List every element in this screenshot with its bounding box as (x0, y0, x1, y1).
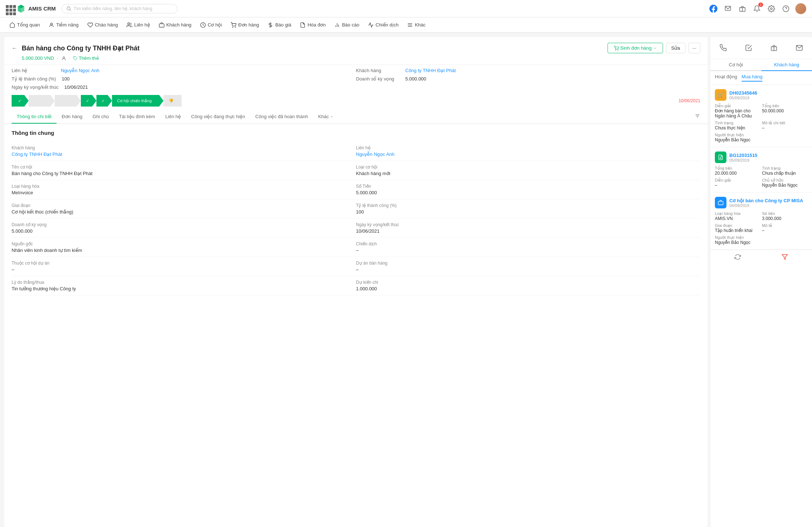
field-thuoc-co-hoi: Thuộc cơ hội dự án – (12, 257, 356, 276)
svg-point-5 (783, 5, 789, 12)
tab-filter-icon[interactable] (695, 113, 700, 120)
progress-step-lose[interactable]: 👎 (163, 95, 182, 107)
rp-gift-icon[interactable] (767, 41, 780, 54)
info-ngay-ky-vong: Ngày kỳ vọng/kết thúc 10/06/2021 (12, 84, 356, 90)
edit-button[interactable]: Sửa (666, 43, 685, 53)
rp-filter-icon[interactable] (782, 254, 788, 262)
purchase-card-1: 🛒 DH02345646 05/09/2019 Diễn giải Đơn hà… (710, 85, 812, 147)
progress-step-4[interactable]: ✓ (81, 95, 96, 107)
main-nav: Tổng quan Tiềm năng Chào hàng Liên hệ Kh… (0, 17, 812, 33)
svg-rect-31 (718, 202, 723, 205)
pc-title-2[interactable]: BG12031515 (729, 153, 757, 158)
nav-chien-dich[interactable]: Chiến dịch (364, 17, 402, 33)
progress-bar: ✓ ✓ ✓ Cơ (4, 93, 708, 110)
pc-fields-1: Diễn giải Đơn hàng bán choNgân hàng Á Ch… (715, 104, 808, 142)
pc-field-so-tien-3: Số tiền 3.000.000 (762, 211, 808, 221)
rp-subtab-hoat-dong[interactable]: Hoạt động (715, 74, 737, 82)
progress-date: 10/06/2021 (679, 98, 700, 103)
svg-point-21 (618, 50, 618, 50)
rp-subtab-mua-hang[interactable]: Mua hàng (742, 74, 763, 82)
field-giai-doan: Giai đoạn Cơ hội kết thúc (chiến thắng) (12, 199, 356, 219)
back-button[interactable]: ← (12, 45, 17, 51)
nav-bao-gia[interactable]: Báo giá (264, 17, 295, 33)
nav-lien-he[interactable]: Liên hệ (123, 17, 153, 33)
svg-point-11 (233, 27, 233, 27)
field-ty-le: Tỷ lệ thành công (%) 100 (356, 199, 700, 219)
rp-refresh-icon[interactable] (734, 254, 741, 262)
gift-icon[interactable] (737, 4, 747, 14)
right-panel: Cơ hội Khách hàng Hoạt động Mua hàng 🛒 D… (710, 37, 812, 527)
progress-step-5[interactable]: ✓ (96, 95, 112, 107)
bell-icon[interactable]: 2 (752, 4, 762, 14)
pc-date-3: 04/09/2019 (729, 203, 803, 208)
pc-title-3[interactable]: Cơ hội bán cho Công ty CP MISA (729, 198, 803, 203)
amount-value: 5.000.000 VND (22, 55, 54, 61)
order-button[interactable]: Sinh đơn hàng (608, 43, 663, 53)
help-icon[interactable] (781, 4, 791, 14)
svg-point-12 (235, 27, 236, 27)
rp-phone-icon[interactable] (717, 41, 730, 54)
tab-cong-viec-xong[interactable]: Công việc đã hoàn thành (250, 110, 313, 124)
tag-person (61, 56, 66, 61)
app-name: AMIS CRM (28, 5, 56, 12)
nav-hoa-don[interactable]: Hóa đơn (296, 17, 329, 33)
info-ty-le: Tỷ lệ thành công (%) 100 (12, 76, 356, 82)
tab-lien-he[interactable]: Liên hệ (160, 110, 186, 124)
nav-tiem-nang[interactable]: Tiềm năng (45, 17, 82, 33)
tab-ghi-chu[interactable]: Ghi chú (87, 110, 114, 124)
nav-chao-hang[interactable]: Chào hàng (84, 17, 122, 33)
field-loai-hang-hoa: Loại hàng hóa MeInvoice (12, 180, 356, 199)
facebook-icon[interactable] (708, 4, 718, 14)
rp-tab-co-hoi[interactable]: Cơ hội (710, 59, 761, 70)
nav-khach-hang[interactable]: Khách hàng (155, 17, 195, 33)
detail-section: Thông tin chung Khách hàng Công ty TNHH … (4, 124, 708, 301)
pc-field-dien-giai: Diễn giải Đơn hàng bán choNgân hàng Á Ch… (715, 104, 761, 119)
field-nguon-goc: Nguồn gốc Nhân viên kinh doanh tự tìm ki… (12, 238, 356, 257)
info-lien-he: Liên hệ Nguyễn Ngọc Anh (12, 68, 356, 73)
field-doanh-so: Doanh số kỳ vọng 5.000.000 (12, 219, 356, 238)
rp-icons (710, 37, 812, 59)
tabs: Thông tin chi tiết Đơn hàng Ghi chú Tài … (4, 110, 708, 124)
tab-tai-lieu[interactable]: Tài liệu đính kèm (114, 110, 160, 124)
section-title: Thông tin chung (12, 130, 700, 136)
pc-field-chu-so-huu: Chủ sở hữu Nguyễn Bảo Ngọc (762, 178, 808, 188)
svg-line-1 (70, 9, 71, 11)
progress-step-3[interactable] (55, 95, 81, 107)
field-du-kien-chi: Dự kiến chi 1.000.000 (356, 276, 700, 295)
add-tag-button[interactable]: Thêm thẻ (73, 55, 99, 61)
app-grid-icon[interactable] (6, 5, 13, 12)
rp-tab-khach-hang[interactable]: Khách hàng (761, 59, 812, 71)
user-avatar[interactable] (795, 3, 806, 14)
nav-don-hang[interactable]: Đơn hàng (227, 17, 262, 33)
pc-fields-2: Tổng tiền 20.000.000 Tình trạng Chưa chấ… (715, 166, 808, 188)
nav-tong-quan[interactable]: Tổng quan (6, 17, 44, 33)
tab-cong-viec-dang[interactable]: Công việc đang thực hiện (186, 110, 250, 124)
nav-bao-cao[interactable]: Báo cáo (331, 17, 363, 33)
purchase-list: 🛒 DH02345646 05/09/2019 Diễn giải Đơn hà… (710, 85, 812, 250)
notification2-icon[interactable] (723, 4, 733, 14)
pc-field-tinh-trang: Tình trạng Chưa thực hiện (715, 121, 761, 130)
progress-step-1[interactable]: ✓ (12, 95, 29, 107)
tab-khac[interactable]: Khác (313, 110, 339, 124)
pc-field-giai-doan-3: Giai đoạn Tập huấn triển khai (715, 223, 761, 233)
pc-field-tong-tien: Tổng tiền 50.000.000 (762, 104, 808, 119)
pc-title-1[interactable]: DH02345646 (729, 90, 757, 96)
pc-icon-3 (715, 197, 726, 208)
rp-email-icon[interactable] (793, 41, 806, 54)
tab-don-hang[interactable]: Đơn hàng (57, 110, 87, 124)
svg-point-4 (771, 8, 772, 9)
nav-co-hoi[interactable]: Cơ hội (196, 17, 225, 33)
svg-point-7 (50, 23, 52, 25)
search-bar[interactable]: Tìm kiếm tiềm năng, liên hệ, khách hàng (62, 4, 178, 13)
progress-step-win[interactable]: Cơ hội chiến thắng (112, 95, 163, 107)
rp-task-icon[interactable] (742, 41, 755, 54)
settings-icon[interactable] (766, 4, 776, 14)
content-layout: ← Bán hàng cho Công ty TNHH Đạt Phát Sin… (0, 33, 812, 527)
nav-khac[interactable]: Khác (403, 17, 429, 33)
progress-step-2[interactable] (29, 95, 55, 107)
tab-thong-tin[interactable]: Thông tin chi tiết (12, 110, 57, 124)
page-meta: 5.000.000 VND · · Thêm thẻ (22, 55, 700, 61)
more-button[interactable]: ··· (688, 43, 700, 53)
svg-marker-32 (782, 254, 788, 260)
app-logo[interactable]: AMIS CRM (16, 4, 56, 14)
